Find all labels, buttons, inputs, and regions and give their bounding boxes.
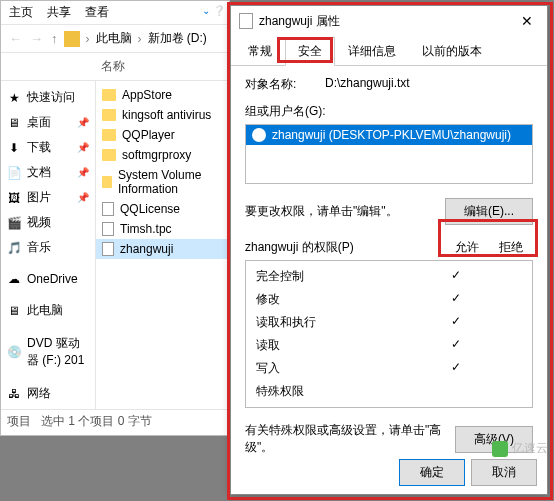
nav-downloads[interactable]: ⬇下载📌 — [1, 135, 95, 160]
folder-icon — [102, 129, 116, 141]
nav-quick-access[interactable]: ★ 快速访问 — [1, 85, 95, 110]
cloud-icon: ☁ — [7, 272, 21, 286]
dialog-titlebar: zhangwuji 属性 ✕ — [231, 6, 547, 36]
nav-network[interactable]: 🖧网络 — [1, 381, 95, 406]
watermark: 亿速云 — [492, 440, 548, 457]
perm-allow-header: 允许 — [445, 239, 489, 256]
file-row[interactable]: QQLicense — [96, 199, 229, 219]
picture-icon: 🖼 — [7, 191, 21, 205]
nav-music[interactable]: 🎵音乐 — [1, 235, 95, 260]
tab-details[interactable]: 详细信息 — [335, 37, 409, 66]
group-user-label: 组或用户名(G): — [245, 103, 533, 120]
explorer-window: 主页 共享 查看 ⌄ ❔ ← → ↑ › 此电脑 › 新加卷 (D:) 名称 ★… — [0, 0, 230, 436]
file-row[interactable]: softmgrproxy — [96, 145, 229, 165]
user-icon — [252, 128, 266, 142]
check-icon: ✓ — [434, 360, 478, 377]
status-selection: 选中 1 个项目 0 字节 — [41, 413, 152, 430]
nav-documents[interactable]: 📄文档📌 — [1, 160, 95, 185]
file-icon — [102, 222, 114, 236]
edit-button[interactable]: 编辑(E)... — [445, 198, 533, 225]
nav-back-icon[interactable]: ← — [7, 31, 24, 46]
tab-share[interactable]: 共享 — [47, 4, 71, 21]
edit-hint: 要更改权限，请单击"编辑"。 — [245, 203, 398, 220]
tab-home[interactable]: 主页 — [9, 4, 33, 21]
file-row[interactable]: AppStore — [96, 85, 229, 105]
download-icon: ⬇ — [7, 141, 21, 155]
folder-icon — [102, 149, 116, 161]
file-icon — [102, 242, 114, 256]
status-items: 项目 — [7, 413, 31, 430]
nav-forward-icon[interactable]: → — [28, 31, 45, 46]
col-name[interactable]: 名称 — [101, 58, 125, 75]
nav-desktop[interactable]: 🖥桌面📌 — [1, 110, 95, 135]
file-row-selected[interactable]: zhangwuji — [96, 239, 229, 259]
cancel-button[interactable]: 取消 — [471, 459, 537, 486]
user-name: zhangwuji (DESKTOP-PKLVEMU\zhangwuji) — [272, 128, 511, 142]
star-icon: ★ — [7, 91, 21, 105]
column-headers: 名称 — [1, 53, 229, 81]
check-icon: ✓ — [434, 291, 478, 308]
check-icon: ✓ — [434, 314, 478, 331]
close-icon[interactable]: ✕ — [515, 13, 539, 29]
file-row[interactable]: Timsh.tpc — [96, 219, 229, 239]
properties-dialog: zhangwuji 属性 ✕ 常规 安全 详细信息 以前的版本 对象名称: D:… — [230, 5, 548, 495]
folder-icon — [102, 176, 112, 188]
tab-view[interactable]: 查看 — [85, 4, 109, 21]
nav-pictures[interactable]: 🖼图片📌 — [1, 185, 95, 210]
user-row-selected[interactable]: zhangwuji (DESKTOP-PKLVEMU\zhangwuji) — [246, 125, 532, 145]
check-icon: ✓ — [434, 268, 478, 285]
nav-pane: ★ 快速访问 🖥桌面📌 ⬇下载📌 📄文档📌 🖼图片📌 🎬视频 🎵音乐 ☁OneD… — [1, 81, 96, 409]
file-icon — [102, 202, 114, 216]
nav-videos[interactable]: 🎬视频 — [1, 210, 95, 235]
watermark-text: 亿速云 — [512, 440, 548, 457]
pin-icon: 📌 — [77, 117, 89, 128]
tab-security[interactable]: 安全 — [285, 37, 335, 66]
perm-row: 完全控制✓ — [246, 265, 532, 288]
dialog-title: zhangwuji 属性 — [259, 13, 340, 30]
disc-icon: 💿 — [7, 345, 21, 359]
drive-icon — [64, 31, 80, 47]
nav-onedrive[interactable]: ☁OneDrive — [1, 268, 95, 290]
nav-dvd[interactable]: 💿DVD 驱动器 (F:) 201 — [1, 331, 95, 373]
file-icon — [239, 13, 253, 29]
nav-thispc[interactable]: 🖥此电脑 — [1, 298, 95, 323]
pin-icon: 📌 — [77, 142, 89, 153]
tab-general[interactable]: 常规 — [235, 37, 285, 66]
breadcrumb-root[interactable]: 此电脑 — [96, 30, 132, 47]
desktop-icon: 🖥 — [7, 116, 21, 130]
perm-row: 特殊权限 — [246, 380, 532, 403]
address-bar: ← → ↑ › 此电脑 › 新加卷 (D:) — [1, 25, 229, 53]
user-list[interactable]: zhangwuji (DESKTOP-PKLVEMU\zhangwuji) — [245, 124, 533, 184]
logo-icon — [492, 441, 508, 457]
nav-label: 快速访问 — [27, 89, 75, 106]
explorer-ribbon-tabs: 主页 共享 查看 ⌄ ❔ — [1, 1, 229, 25]
object-name-label: 对象名称: — [245, 76, 325, 93]
ok-button[interactable]: 确定 — [399, 459, 465, 486]
folder-icon — [102, 89, 116, 101]
perm-header-label: zhangwuji 的权限(P) — [245, 239, 445, 256]
pin-icon: 📌 — [77, 192, 89, 203]
check-icon: ✓ — [434, 337, 478, 354]
music-icon: 🎵 — [7, 241, 21, 255]
nav-up-icon[interactable]: ↑ — [49, 31, 60, 46]
perm-row: 读取✓ — [246, 334, 532, 357]
file-row[interactable]: kingsoft antivirus — [96, 105, 229, 125]
permissions-list: 完全控制✓ 修改✓ 读取和执行✓ 读取✓ 写入✓ 特殊权限 — [245, 260, 533, 408]
dialog-buttons: 确定 取消 — [399, 459, 537, 486]
dialog-tabs: 常规 安全 详细信息 以前的版本 — [231, 36, 547, 66]
breadcrumb-drive[interactable]: 新加卷 (D:) — [148, 30, 207, 47]
collapse-ribbon-icon[interactable]: ⌄ ❔ — [202, 5, 225, 16]
perm-row: 修改✓ — [246, 288, 532, 311]
file-row[interactable]: QQPlayer — [96, 125, 229, 145]
tab-previous[interactable]: 以前的版本 — [409, 37, 495, 66]
object-name-value: D:\zhangwuji.txt — [325, 76, 410, 93]
perm-deny-header: 拒绝 — [489, 239, 533, 256]
status-bar: 项目 选中 1 个项目 0 字节 — [1, 409, 229, 433]
pc-icon: 🖥 — [7, 304, 21, 318]
perm-row: 读取和执行✓ — [246, 311, 532, 334]
folder-icon — [102, 109, 116, 121]
pin-icon: 📌 — [77, 167, 89, 178]
file-row[interactable]: System Volume Information — [96, 165, 229, 199]
breadcrumb-sep: › — [136, 32, 144, 46]
file-list: AppStore kingsoft antivirus QQPlayer sof… — [96, 81, 229, 409]
